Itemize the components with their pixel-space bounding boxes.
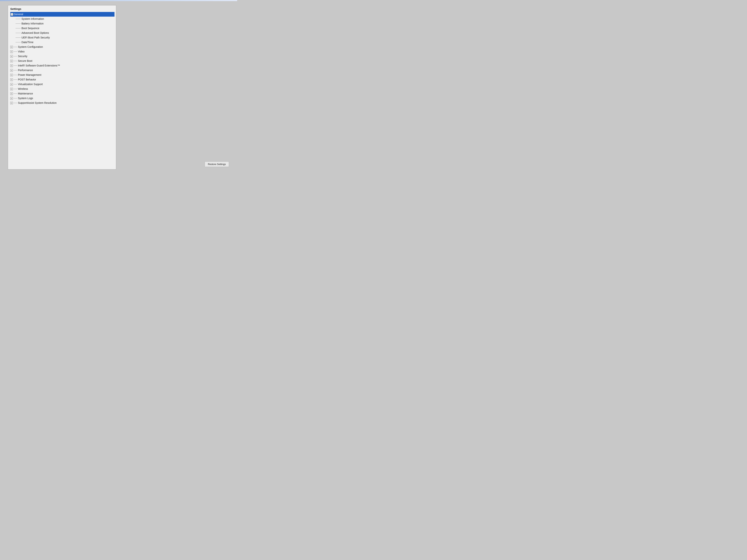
tree-item-system-logs-label: System Logs bbox=[18, 96, 33, 100]
tree-item-general[interactable]: − General bbox=[10, 12, 114, 17]
panel-title: Settings bbox=[9, 7, 114, 10]
tree-item-advanced-boot-options-label: Advanced Boot Options bbox=[22, 31, 49, 35]
tree-item-system-information[interactable]: System Information bbox=[16, 17, 114, 21]
expand-icon-post-behavior[interactable]: + bbox=[10, 78, 13, 81]
tree-item-secure-boot-label: Secure Boot bbox=[18, 59, 32, 63]
tree-item-virtualization-support[interactable]: + Virtualization Support bbox=[10, 82, 114, 87]
tree-item-video[interactable]: + Video bbox=[10, 49, 114, 54]
expand-icon-system-configuration[interactable]: + bbox=[10, 46, 13, 48]
line-connector bbox=[16, 33, 21, 33]
line-connector bbox=[14, 56, 17, 56]
tree-item-system-information-label: System Information bbox=[22, 17, 44, 21]
restore-settings-button[interactable]: Restore Settings bbox=[205, 161, 229, 167]
line-connector bbox=[14, 94, 17, 94]
tree-item-maintenance[interactable]: + Maintenance bbox=[10, 91, 114, 96]
tree-item-system-logs[interactable]: + System Logs bbox=[10, 96, 114, 101]
tree-item-security[interactable]: + Security bbox=[10, 54, 114, 59]
tree-item-system-configuration-label: System Configuration bbox=[18, 45, 43, 49]
tree-item-system-configuration[interactable]: + System Configuration bbox=[10, 45, 114, 49]
tree-item-battery-information-label: Battery Information bbox=[22, 22, 44, 26]
expand-icon-performance[interactable]: + bbox=[10, 69, 13, 72]
line-connector bbox=[14, 61, 17, 61]
expand-icon-wireless[interactable]: + bbox=[10, 88, 13, 90]
tree-item-general-label: General bbox=[14, 12, 23, 16]
settings-panel: Settings − General System Information Ba… bbox=[8, 5, 116, 169]
tree-item-performance[interactable]: + Performance bbox=[10, 68, 114, 73]
tree-item-intel-sgx[interactable]: + Intel® Software Guard Extensions™ bbox=[10, 63, 114, 68]
tree-item-post-behavior-label: POST Behavior bbox=[18, 78, 36, 82]
line-connector bbox=[16, 42, 21, 43]
tree-item-wireless-label: Wireless bbox=[18, 87, 28, 91]
tree-item-datetime-label: Date/Time bbox=[22, 40, 33, 44]
line-connector bbox=[14, 89, 17, 89]
expand-icon-supportassist[interactable]: + bbox=[10, 102, 13, 104]
tree-item-battery-information[interactable]: Battery Information bbox=[16, 21, 114, 26]
expand-icon-maintenance[interactable]: + bbox=[10, 92, 13, 95]
expand-icon-power-management[interactable]: + bbox=[10, 74, 13, 76]
expand-icon-system-logs[interactable]: + bbox=[10, 97, 13, 100]
line-connector bbox=[16, 37, 21, 38]
tree-children-general: System Information Battery Information B… bbox=[16, 17, 114, 45]
tree-item-boot-sequence-label: Boot Sequence bbox=[22, 26, 40, 30]
expand-icon-intel-sgx[interactable]: + bbox=[10, 64, 13, 67]
tree-item-secure-boot[interactable]: + Secure Boot bbox=[10, 59, 114, 63]
top-bar bbox=[0, 0, 237, 1]
tree-item-power-management[interactable]: + Power Management bbox=[10, 73, 114, 77]
tree-item-performance-label: Performance bbox=[18, 68, 33, 72]
tree-item-datetime[interactable]: Date/Time bbox=[16, 40, 114, 45]
tree-item-video-label: Video bbox=[18, 50, 25, 54]
expand-icon-security[interactable]: + bbox=[10, 55, 13, 58]
tree-container: − General System Information Battery Inf… bbox=[9, 12, 114, 105]
line-connector bbox=[14, 65, 17, 66]
tree-item-maintenance-label: Maintenance bbox=[18, 92, 33, 96]
tree-item-security-label: Security bbox=[18, 54, 27, 58]
expand-icon-secure-boot[interactable]: + bbox=[10, 60, 13, 62]
expand-icon-virtualization-support[interactable]: + bbox=[10, 83, 13, 86]
tree-item-virtualization-support-label: Virtualization Support bbox=[18, 82, 43, 86]
tree-item-supportassist-label: SupportAssist System Resolution bbox=[18, 101, 57, 105]
tree-item-uefi-boot-path-security-label: UEFI Boot Path Security bbox=[22, 36, 50, 39]
tree-item-intel-sgx-label: Intel® Software Guard Extensions™ bbox=[18, 64, 60, 68]
expand-icon-general[interactable]: − bbox=[11, 13, 13, 16]
tree-item-advanced-boot-options[interactable]: Advanced Boot Options bbox=[16, 31, 114, 35]
tree-item-uefi-boot-path-security[interactable]: UEFI Boot Path Security bbox=[16, 35, 114, 40]
tree-item-supportassist[interactable]: + SupportAssist System Resolution bbox=[10, 101, 114, 105]
tree-item-wireless[interactable]: + Wireless bbox=[10, 87, 114, 91]
tree-item-power-management-label: Power Management bbox=[18, 73, 41, 77]
line-connector bbox=[14, 84, 17, 84]
tree-item-post-behavior[interactable]: + POST Behavior bbox=[10, 77, 114, 82]
expand-icon-video[interactable]: + bbox=[10, 50, 13, 53]
tree-item-boot-sequence[interactable]: Boot Sequence bbox=[16, 26, 114, 31]
